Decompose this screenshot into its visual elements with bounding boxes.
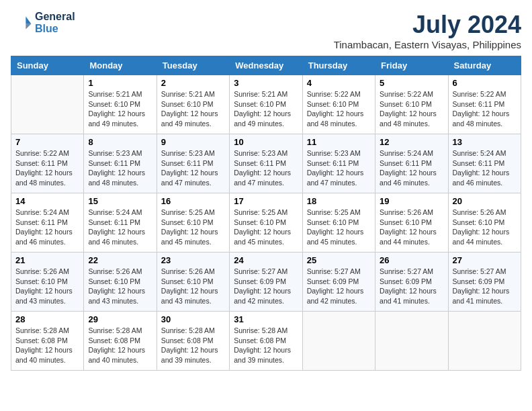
day-number: 29 — [88, 314, 152, 324]
calendar-cell: 10Sunrise: 5:23 AMSunset: 6:11 PMDayligh… — [230, 134, 302, 193]
svg-marker-1 — [26, 24, 31, 30]
day-number: 24 — [234, 255, 298, 265]
day-info: Sunrise: 5:28 AMSunset: 6:08 PMDaylight:… — [88, 326, 152, 365]
calendar-cell: 5Sunrise: 5:22 AMSunset: 6:10 PMDaylight… — [375, 75, 448, 134]
day-number: 28 — [15, 314, 79, 324]
column-header-thursday: Thursday — [302, 56, 375, 75]
calendar-cell — [11, 75, 84, 134]
day-number: 1 — [88, 78, 152, 88]
calendar-cell: 12Sunrise: 5:24 AMSunset: 6:11 PMDayligh… — [375, 134, 448, 193]
calendar-cell: 23Sunrise: 5:26 AMSunset: 6:10 PMDayligh… — [157, 253, 229, 312]
day-number: 7 — [15, 137, 79, 147]
day-number: 31 — [234, 314, 298, 324]
day-info: Sunrise: 5:25 AMSunset: 6:10 PMDaylight:… — [161, 208, 225, 247]
calendar-cell: 7Sunrise: 5:22 AMSunset: 6:11 PMDaylight… — [11, 134, 84, 193]
day-number: 11 — [307, 137, 371, 147]
day-info: Sunrise: 5:23 AMSunset: 6:11 PMDaylight:… — [161, 148, 225, 188]
calendar-cell: 20Sunrise: 5:26 AMSunset: 6:10 PMDayligh… — [448, 193, 521, 253]
calendar-cell: 19Sunrise: 5:26 AMSunset: 6:10 PMDayligh… — [375, 193, 448, 253]
day-number: 12 — [380, 137, 443, 147]
calendar-cell — [375, 312, 448, 371]
day-info: Sunrise: 5:27 AMSunset: 6:09 PMDaylight:… — [307, 267, 371, 306]
day-number: 20 — [453, 196, 517, 206]
day-number: 19 — [380, 196, 443, 206]
day-number: 6 — [453, 78, 517, 88]
day-number: 4 — [307, 78, 371, 88]
day-info: Sunrise: 5:25 AMSunset: 6:10 PMDaylight:… — [234, 208, 298, 247]
day-number: 5 — [380, 78, 443, 88]
day-number: 16 — [161, 196, 225, 206]
day-info: Sunrise: 5:28 AMSunset: 6:08 PMDaylight:… — [15, 326, 79, 365]
calendar-cell: 6Sunrise: 5:22 AMSunset: 6:11 PMDaylight… — [448, 75, 521, 134]
calendar-cell: 1Sunrise: 5:21 AMSunset: 6:10 PMDaylight… — [84, 75, 157, 134]
day-info: Sunrise: 5:23 AMSunset: 6:11 PMDaylight:… — [88, 148, 152, 188]
day-number: 23 — [161, 255, 225, 265]
column-header-sunday: Sunday — [11, 56, 84, 75]
day-info: Sunrise: 5:28 AMSunset: 6:08 PMDaylight:… — [161, 326, 225, 365]
day-info: Sunrise: 5:22 AMSunset: 6:10 PMDaylight:… — [380, 89, 443, 129]
calendar-week-row: 28Sunrise: 5:28 AMSunset: 6:08 PMDayligh… — [11, 312, 521, 371]
column-header-tuesday: Tuesday — [157, 56, 229, 75]
calendar-cell: 4Sunrise: 5:22 AMSunset: 6:10 PMDaylight… — [302, 75, 375, 134]
calendar-cell: 3Sunrise: 5:21 AMSunset: 6:10 PMDaylight… — [230, 75, 302, 134]
day-number: 25 — [307, 255, 371, 265]
column-header-saturday: Saturday — [448, 56, 521, 75]
day-info: Sunrise: 5:27 AMSunset: 6:09 PMDaylight:… — [380, 267, 443, 306]
calendar-cell: 29Sunrise: 5:28 AMSunset: 6:08 PMDayligh… — [84, 312, 157, 371]
calendar-cell — [448, 312, 521, 371]
calendar-cell — [302, 312, 375, 371]
header: General Blue July 2024 Tinambacan, Easte… — [11, 11, 521, 50]
calendar-cell: 14Sunrise: 5:24 AMSunset: 6:11 PMDayligh… — [11, 193, 84, 253]
day-info: Sunrise: 5:26 AMSunset: 6:10 PMDaylight:… — [453, 208, 517, 247]
calendar-cell: 22Sunrise: 5:26 AMSunset: 6:10 PMDayligh… — [84, 253, 157, 312]
calendar-cell: 28Sunrise: 5:28 AMSunset: 6:08 PMDayligh… — [11, 312, 84, 371]
day-info: Sunrise: 5:24 AMSunset: 6:11 PMDaylight:… — [453, 148, 517, 188]
day-number: 10 — [234, 137, 298, 147]
calendar-cell: 27Sunrise: 5:27 AMSunset: 6:09 PMDayligh… — [448, 253, 521, 312]
column-header-monday: Monday — [84, 56, 157, 75]
day-number: 26 — [380, 255, 443, 265]
day-info: Sunrise: 5:21 AMSunset: 6:10 PMDaylight:… — [88, 89, 152, 129]
calendar-cell: 9Sunrise: 5:23 AMSunset: 6:11 PMDaylight… — [157, 134, 229, 193]
logo-text: General Blue — [35, 11, 75, 35]
day-info: Sunrise: 5:21 AMSunset: 6:10 PMDaylight:… — [161, 89, 225, 129]
day-info: Sunrise: 5:24 AMSunset: 6:11 PMDaylight:… — [380, 148, 443, 188]
day-number: 21 — [15, 255, 79, 265]
calendar-week-row: 7Sunrise: 5:22 AMSunset: 6:11 PMDaylight… — [11, 134, 521, 193]
subtitle: Tinambacan, Eastern Visayas, Philippines — [334, 39, 521, 50]
calendar-cell: 16Sunrise: 5:25 AMSunset: 6:10 PMDayligh… — [157, 193, 229, 253]
calendar-week-row: 14Sunrise: 5:24 AMSunset: 6:11 PMDayligh… — [11, 193, 521, 253]
day-number: 13 — [453, 137, 517, 147]
day-info: Sunrise: 5:27 AMSunset: 6:09 PMDaylight:… — [234, 267, 298, 306]
day-info: Sunrise: 5:26 AMSunset: 6:10 PMDaylight:… — [15, 267, 79, 306]
column-header-friday: Friday — [375, 56, 448, 75]
day-number: 15 — [88, 196, 152, 206]
day-info: Sunrise: 5:23 AMSunset: 6:11 PMDaylight:… — [234, 148, 298, 188]
day-number: 30 — [161, 314, 225, 324]
logo-icon — [11, 12, 32, 34]
day-info: Sunrise: 5:26 AMSunset: 6:10 PMDaylight:… — [161, 267, 225, 306]
calendar-cell: 2Sunrise: 5:21 AMSunset: 6:10 PMDaylight… — [157, 75, 229, 134]
day-info: Sunrise: 5:22 AMSunset: 6:11 PMDaylight:… — [453, 89, 517, 129]
day-number: 3 — [234, 78, 298, 88]
day-number: 27 — [453, 255, 517, 265]
day-number: 8 — [88, 137, 152, 147]
calendar-week-row: 21Sunrise: 5:26 AMSunset: 6:10 PMDayligh… — [11, 253, 521, 312]
day-number: 9 — [161, 137, 225, 147]
day-number: 14 — [15, 196, 79, 206]
title-area: July 2024 Tinambacan, Eastern Visayas, P… — [334, 11, 521, 50]
calendar-cell: 8Sunrise: 5:23 AMSunset: 6:11 PMDaylight… — [84, 134, 157, 193]
day-number: 22 — [88, 255, 152, 265]
day-info: Sunrise: 5:23 AMSunset: 6:11 PMDaylight:… — [307, 148, 371, 188]
day-info: Sunrise: 5:22 AMSunset: 6:11 PMDaylight:… — [15, 148, 79, 188]
calendar-cell: 11Sunrise: 5:23 AMSunset: 6:11 PMDayligh… — [302, 134, 375, 193]
calendar-cell: 25Sunrise: 5:27 AMSunset: 6:09 PMDayligh… — [302, 253, 375, 312]
calendar-cell: 21Sunrise: 5:26 AMSunset: 6:10 PMDayligh… — [11, 253, 84, 312]
calendar-cell: 26Sunrise: 5:27 AMSunset: 6:09 PMDayligh… — [375, 253, 448, 312]
day-number: 2 — [161, 78, 225, 88]
calendar-cell: 30Sunrise: 5:28 AMSunset: 6:08 PMDayligh… — [157, 312, 229, 371]
day-number: 18 — [307, 196, 371, 206]
calendar-cell: 13Sunrise: 5:24 AMSunset: 6:11 PMDayligh… — [448, 134, 521, 193]
column-header-wednesday: Wednesday — [230, 56, 302, 75]
day-info: Sunrise: 5:25 AMSunset: 6:10 PMDaylight:… — [307, 208, 371, 247]
